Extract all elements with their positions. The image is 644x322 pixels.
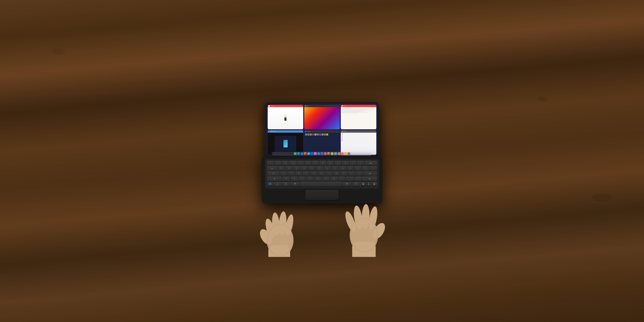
key-q[interactable]: Q xyxy=(278,166,285,171)
key-arrows-vertical-container: ▲ ▼ xyxy=(366,182,371,186)
key-e[interactable]: E xyxy=(293,166,300,171)
key-control[interactable]: ^ control xyxy=(274,182,282,186)
dock-icon-notes[interactable] xyxy=(344,152,347,155)
key-z[interactable]: Z xyxy=(282,176,290,181)
dock-icon-photos2[interactable] xyxy=(341,152,344,155)
app-card-clubstudio[interactable]: ClubStudio xyxy=(268,105,303,129)
key-quote[interactable]: " ' xyxy=(355,171,362,176)
app-card-notes[interactable]: Notes xyxy=(341,105,376,129)
dock-icon-paste[interactable] xyxy=(327,152,330,155)
key-j[interactable]: J xyxy=(325,171,332,176)
key-comma[interactable]: < , xyxy=(338,176,346,181)
key-cmd-left[interactable]: ⌘ cmd xyxy=(290,182,300,186)
key-2[interactable]: @ 2 xyxy=(282,161,289,166)
key-tab[interactable]: tab xyxy=(267,166,277,171)
dock-icon-mail[interactable] xyxy=(300,152,303,155)
dock-icon-facetime[interactable] xyxy=(297,152,300,155)
bc-5 xyxy=(314,134,316,136)
key-m[interactable]: M xyxy=(330,176,338,181)
settings-row-icon-4 xyxy=(342,137,342,138)
dock-icon-safari[interactable] xyxy=(307,152,310,155)
key-u[interactable]: U xyxy=(324,166,331,171)
dock-icon-music[interactable] xyxy=(338,152,340,155)
key-arrow-up[interactable]: ▲ xyxy=(366,182,371,184)
key-g[interactable]: G xyxy=(310,171,317,176)
key-c[interactable]: C xyxy=(298,176,306,181)
key-b[interactable]: B xyxy=(314,176,322,181)
key-h[interactable]: H xyxy=(318,171,325,176)
key-shift-right[interactable]: shift xyxy=(362,176,377,181)
app-card-broadcasts[interactable]: Broadcasts xyxy=(304,130,340,155)
magic-keyboard: ~ ` ! 1 @ 2 # 3 xyxy=(262,157,382,203)
key-f[interactable]: F xyxy=(303,171,310,176)
dock-icon-spark[interactable] xyxy=(314,152,317,155)
key-8[interactable]: * 8 xyxy=(327,161,334,166)
key-l[interactable]: L xyxy=(340,171,348,176)
key-x[interactable]: X xyxy=(290,176,298,181)
key-arrow-down[interactable]: ▼ xyxy=(366,184,371,186)
right-hand xyxy=(343,204,388,257)
svg-point-0 xyxy=(267,224,294,257)
notes-line-7 xyxy=(342,112,367,112)
key-backslash[interactable]: | \ xyxy=(370,166,377,171)
dock-icon-photos[interactable] xyxy=(304,152,306,155)
key-w[interactable]: W xyxy=(285,166,292,171)
key-3[interactable]: # 3 xyxy=(290,161,296,166)
key-t[interactable]: T xyxy=(308,166,316,171)
key-option-left[interactable]: ⌥ option xyxy=(282,182,290,186)
key-arrow-left[interactable]: ◀ xyxy=(360,182,366,186)
broadcasts-icon xyxy=(305,131,306,132)
key-equals[interactable]: + = xyxy=(357,161,364,166)
key-i[interactable]: I xyxy=(332,166,338,171)
key-7[interactable]: & 7 xyxy=(320,161,326,166)
bc-4 xyxy=(312,134,314,136)
app-card-pixelmator[interactable]: Pixelmator Photo xyxy=(268,130,303,155)
dock-icon-messages[interactable] xyxy=(294,152,296,155)
key-v[interactable]: V xyxy=(306,176,314,181)
key-5[interactable]: % 5 xyxy=(304,161,312,166)
key-0[interactable]: ) 0 xyxy=(342,161,349,166)
key-opt-right[interactable]: ⌥ opt xyxy=(352,182,360,186)
app-card-photos[interactable]: Photos xyxy=(304,105,340,129)
key-y[interactable]: Y xyxy=(316,166,323,171)
key-right-bracket[interactable]: } ] xyxy=(362,166,369,171)
key-semicolon[interactable]: : ; xyxy=(348,171,355,176)
key-9[interactable]: ( 9 xyxy=(334,161,342,166)
key-o[interactable]: O xyxy=(339,166,346,171)
dock-icon-mail2[interactable] xyxy=(310,152,313,155)
key-d[interactable]: D xyxy=(295,171,302,176)
settings-row-icon-1 xyxy=(342,133,342,134)
key-p[interactable]: P xyxy=(347,166,354,171)
key-k[interactable]: K xyxy=(333,171,340,176)
key-minus[interactable]: _ − xyxy=(350,161,356,166)
key-left-bracket[interactable]: { [ xyxy=(354,166,362,171)
key-r[interactable]: R xyxy=(301,166,308,171)
trackpad[interactable] xyxy=(305,190,339,200)
key-a[interactable]: A xyxy=(280,171,287,176)
app-card-settings[interactable]: Settings xyxy=(341,130,376,155)
key-delete[interactable]: delete xyxy=(364,161,377,166)
key-globe[interactable]: 🌐 xyxy=(267,182,273,186)
bc-7 xyxy=(319,134,321,136)
key-period[interactable]: > . xyxy=(346,176,354,181)
key-s[interactable]: S xyxy=(288,171,295,176)
key-cmd-right[interactable]: ⌘ cmd xyxy=(342,182,352,186)
key-caps-lock[interactable]: caps lock xyxy=(267,171,280,176)
key-space[interactable] xyxy=(300,182,342,186)
key-n[interactable]: N xyxy=(322,176,330,181)
dock-icon-screens[interactable] xyxy=(334,152,337,155)
key-4[interactable]: $ 4 xyxy=(297,161,304,166)
photos-icon xyxy=(305,105,306,107)
key-return[interactable]: return xyxy=(363,171,377,176)
key-shift-left[interactable]: shift xyxy=(267,176,282,181)
dock-icon-1blocker[interactable] xyxy=(321,152,323,155)
dock-icon-settings[interactable] xyxy=(348,152,350,155)
dock-icon-notch[interactable] xyxy=(324,152,327,155)
key-slash[interactable]: ? / xyxy=(354,176,362,181)
dock-icon-fantastical[interactable] xyxy=(331,152,334,155)
key-tilde[interactable]: ~ ` xyxy=(267,161,274,166)
key-6[interactable]: ^ 6 xyxy=(312,161,319,166)
key-1[interactable]: ! 1 xyxy=(274,161,282,166)
dock-icon-twitter[interactable] xyxy=(317,152,320,155)
key-arrow-right[interactable]: ▶ xyxy=(372,182,377,186)
